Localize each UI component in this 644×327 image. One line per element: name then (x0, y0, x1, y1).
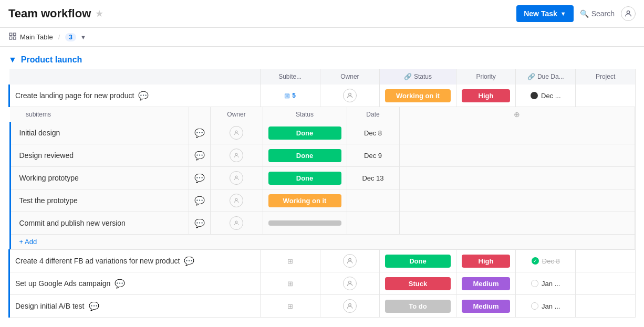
chevron-down-icon: ▼ (80, 34, 86, 40)
subitems-table: subitems Owner Status Date ⊕ Initial des… (9, 107, 636, 249)
task-name-cell: Set up Google Ads campaign 💬 (9, 272, 261, 295)
col-subitems: Subite... (260, 69, 320, 85)
sub-col-add[interactable]: ⊕ (399, 107, 635, 122)
subitem-owner-cell (210, 122, 263, 144)
task-name-text: Create landing page for new product (15, 91, 134, 100)
comment-icon[interactable]: 💬 (194, 196, 205, 205)
subitem-icon: ⊞ (284, 92, 290, 100)
group-toggle-icon[interactable]: ▼ (8, 55, 17, 65)
svg-point-9 (235, 198, 237, 201)
subitem-extra-cell (399, 212, 635, 235)
sub-col-status: Status (263, 107, 347, 122)
subitem-status-cell: Done (263, 144, 347, 167)
subitem-name-cell: Working prototype (10, 167, 189, 189)
avatar (230, 149, 243, 162)
subitem-row: Initial design 💬 Done Dec 8 (10, 122, 635, 144)
comment-icon[interactable]: 💬 (194, 174, 205, 183)
due-cell-t2: ✓ Dec 8 (516, 250, 576, 272)
project-cell-t2 (576, 250, 636, 272)
subitem-extra-cell (399, 167, 635, 189)
subitem-date-cell (347, 189, 399, 212)
col-owner: Owner (320, 69, 380, 85)
add-subitem-button[interactable]: + Add (10, 235, 635, 249)
subitem-comment-cell: 💬 (189, 189, 210, 212)
subitem-count-cell-t4: ⊞ (260, 295, 320, 318)
subitem-extra-cell (399, 189, 635, 212)
link-icon-due: 🔗 (527, 73, 535, 80)
link-icon-status: 🔗 (404, 73, 412, 80)
priority-cell-t2: High (456, 250, 516, 272)
subitem-count-cell-t3: ⊞ (260, 272, 320, 295)
avatar (343, 89, 357, 102)
sub-col-comment (189, 107, 210, 122)
priority-badge: High (462, 255, 511, 268)
svg-point-8 (235, 176, 237, 178)
status-badge: Done (268, 172, 341, 185)
svg-point-7 (235, 153, 237, 155)
owner-cell-t3 (320, 272, 380, 295)
subitem-date-cell: Dec 8 (347, 122, 399, 144)
due-cell-t4: Jan ... (516, 295, 576, 318)
comment-icon[interactable]: 💬 (138, 91, 149, 101)
status-badge: Done (268, 126, 341, 140)
task-name-text: Design initial A/B test (15, 302, 85, 310)
table-header-row: Subite... Owner 🔗 Status Priority 🔗 Due … (9, 69, 636, 85)
svg-rect-4 (13, 37, 16, 39)
table-row: Set up Google Ads campaign 💬 ⊞ Stuck Me (9, 272, 636, 295)
subitem-comment-cell: 💬 (189, 212, 210, 235)
avatar (230, 171, 243, 185)
subitem-comment-cell: 💬 (189, 144, 210, 167)
comment-icon[interactable]: 💬 (194, 129, 205, 138)
avatar (343, 299, 357, 313)
priority-badge: Medium (462, 277, 511, 290)
avatar (343, 277, 357, 290)
svg-point-10 (235, 221, 237, 223)
table-row: Create 4 different FB ad variations for … (9, 250, 636, 272)
main-content: ▼ Product launch Subite... Owner 🔗 Statu… (0, 47, 644, 326)
due-empty-icon (531, 280, 538, 287)
project-cell-t3 (576, 272, 636, 295)
table-label[interactable]: Main Table / 3 ▼ (8, 32, 86, 42)
col-status: 🔗 Status (380, 69, 456, 85)
page-title: Team workflow (8, 7, 91, 20)
owner-cell-t4 (320, 295, 380, 318)
due-empty-icon (531, 302, 538, 310)
due-date-text: Jan ... (542, 280, 560, 288)
due-cell-t3: Jan ... (516, 272, 576, 295)
search-button[interactable]: 🔍 Search (580, 9, 615, 18)
task-name-cell: Create landing page for new product 💬 (9, 85, 261, 107)
comment-icon[interactable]: 💬 (89, 301, 99, 311)
col-priority: Priority (456, 69, 516, 85)
comment-icon[interactable]: 💬 (184, 256, 194, 266)
add-subitem-row[interactable]: + Add (10, 235, 635, 249)
sub-col-date: Date (347, 107, 399, 122)
owner-cell-t2 (320, 250, 380, 272)
due-cell-t1: Dec ... (516, 85, 576, 107)
user-avatar[interactable] (621, 6, 636, 21)
owner-cell-t1 (320, 85, 380, 107)
star-icon[interactable]: ★ (95, 8, 103, 19)
subitems-container: subitems Owner Status Date ⊕ Initial des… (9, 107, 636, 250)
avatar (343, 254, 357, 268)
comment-icon[interactable]: 💬 (115, 279, 125, 289)
subitem-name-cell: Commit and publish new version (10, 212, 189, 235)
subitem-icon: ⊞ (287, 257, 293, 265)
sub-bar: Main Table / 3 ▼ (0, 28, 644, 47)
priority-cell-t1: High (456, 85, 516, 107)
group-title[interactable]: Product launch (21, 55, 82, 65)
subitem-owner-cell (210, 144, 263, 167)
top-bar-left: Team workflow ★ (8, 7, 103, 20)
subitem-extra-cell (399, 144, 635, 167)
priority-badge: High (462, 89, 511, 102)
svg-point-0 (627, 11, 629, 14)
svg-point-5 (349, 93, 351, 96)
priority-badge: Medium (462, 300, 511, 313)
table-row: Create landing page for new product 💬 ⊞ … (9, 85, 636, 107)
comment-icon[interactable]: 💬 (194, 151, 205, 160)
col-project: Project (576, 69, 636, 85)
comment-icon[interactable]: 💬 (194, 219, 205, 228)
priority-cell-t4: Medium (456, 295, 516, 318)
dropdown-arrow-icon: ▼ (560, 10, 566, 17)
new-task-button[interactable]: New Task ▼ (516, 5, 573, 22)
subitem-date-cell: Dec 9 (347, 144, 399, 167)
